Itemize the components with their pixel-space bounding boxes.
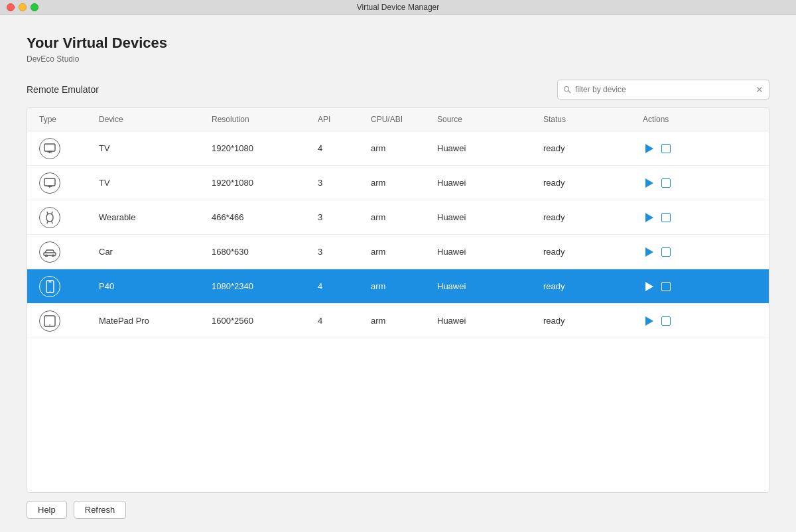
search-box[interactable]: ✕ bbox=[557, 80, 769, 100]
play-button[interactable] bbox=[643, 211, 656, 224]
row-actions bbox=[637, 171, 717, 195]
col-resolution: Resolution bbox=[206, 108, 312, 131]
play-button[interactable] bbox=[643, 142, 656, 155]
action-icons bbox=[643, 245, 712, 259]
row-device: P40 bbox=[94, 276, 206, 297]
action-icons bbox=[643, 176, 712, 190]
row-cpu: arm bbox=[365, 172, 432, 193]
col-cpu: CPU/ABI bbox=[365, 108, 432, 131]
row-api: 4 bbox=[312, 138, 365, 159]
row-resolution: 1680*630 bbox=[206, 241, 312, 262]
col-status: Status bbox=[538, 108, 637, 131]
col-type: Type bbox=[34, 108, 94, 131]
device-type-icon-tv bbox=[39, 138, 60, 159]
help-button[interactable]: Help bbox=[27, 501, 67, 519]
table-body: TV 1920*1080 4 arm Huawei ready bbox=[27, 131, 769, 492]
row-device: Wearable bbox=[94, 207, 206, 228]
play-button[interactable] bbox=[643, 314, 656, 328]
device-type-icon-wearable bbox=[39, 207, 60, 228]
page-subtitle: DevEco Studio bbox=[27, 54, 769, 64]
row-type-icon bbox=[34, 236, 94, 268]
row-api: 3 bbox=[312, 207, 365, 228]
action-checkbox[interactable] bbox=[661, 282, 671, 291]
action-icons bbox=[643, 314, 712, 328]
row-type-icon bbox=[34, 271, 94, 302]
row-resolution: 1920*1080 bbox=[206, 172, 312, 193]
title-bar: Virtual Device Manager bbox=[0, 0, 796, 15]
play-icon bbox=[645, 144, 653, 153]
row-resolution: 1080*2340 bbox=[206, 276, 312, 297]
row-actions bbox=[637, 137, 717, 161]
section-title: Remote Emulator bbox=[27, 84, 99, 95]
play-icon bbox=[645, 282, 653, 291]
row-status: ready bbox=[538, 241, 637, 262]
row-source: Huawei bbox=[432, 241, 538, 262]
device-type-icon-car bbox=[39, 241, 60, 263]
row-device: TV bbox=[94, 138, 206, 159]
row-cpu: arm bbox=[365, 241, 432, 262]
row-api: 3 bbox=[312, 241, 365, 262]
table-row[interactable]: P40 1080*2340 4 arm Huawei ready bbox=[27, 269, 769, 304]
action-checkbox[interactable] bbox=[661, 316, 671, 326]
row-status: ready bbox=[538, 172, 637, 193]
device-type-icon-tablet bbox=[39, 310, 60, 332]
row-device: MatePad Pro bbox=[94, 310, 206, 331]
row-resolution: 1920*1080 bbox=[206, 138, 312, 159]
row-status: ready bbox=[538, 310, 637, 331]
play-button[interactable] bbox=[643, 176, 656, 190]
section-header: Remote Emulator ✕ bbox=[27, 80, 769, 100]
svg-line-1 bbox=[568, 91, 571, 94]
table-header: Type Device Resolution API CPU/ABI Sourc… bbox=[27, 108, 769, 131]
row-source: Huawei bbox=[432, 172, 538, 193]
col-device: Device bbox=[94, 108, 206, 131]
row-type-icon bbox=[34, 202, 94, 233]
play-icon bbox=[645, 316, 653, 326]
action-icons bbox=[643, 280, 712, 293]
maximize-button[interactable] bbox=[31, 3, 38, 11]
action-icons bbox=[643, 142, 712, 155]
minimize-button[interactable] bbox=[19, 3, 27, 11]
close-button[interactable] bbox=[7, 3, 15, 11]
main-content: Your Virtual Devices DevEco Studio Remot… bbox=[0, 15, 796, 532]
action-checkbox[interactable] bbox=[661, 178, 671, 188]
table-row[interactable]: TV 1920*1080 3 arm Huawei ready bbox=[27, 166, 769, 200]
device-table: Type Device Resolution API CPU/ABI Sourc… bbox=[27, 107, 769, 493]
row-actions bbox=[637, 309, 717, 333]
row-source: Huawei bbox=[432, 310, 538, 331]
bottom-bar: Help Refresh bbox=[27, 493, 769, 519]
table-row[interactable]: TV 1920*1080 4 arm Huawei ready bbox=[27, 131, 769, 166]
svg-line-11 bbox=[47, 222, 48, 224]
play-icon bbox=[645, 247, 653, 257]
action-checkbox[interactable] bbox=[661, 213, 671, 222]
col-source: Source bbox=[432, 108, 538, 131]
action-icons bbox=[643, 211, 712, 224]
svg-line-9 bbox=[47, 212, 48, 214]
play-button[interactable] bbox=[643, 245, 656, 259]
svg-rect-5 bbox=[44, 178, 55, 186]
action-checkbox[interactable] bbox=[661, 144, 671, 153]
col-actions: Actions bbox=[637, 108, 717, 131]
window-title: Virtual Device Manager bbox=[357, 3, 440, 12]
row-actions bbox=[637, 206, 717, 230]
row-actions bbox=[637, 275, 717, 299]
svg-rect-2 bbox=[44, 144, 55, 151]
search-input[interactable] bbox=[575, 85, 756, 94]
search-clear-icon[interactable]: ✕ bbox=[756, 85, 763, 94]
play-icon bbox=[645, 213, 653, 222]
refresh-button[interactable]: Refresh bbox=[74, 501, 127, 519]
row-cpu: arm bbox=[365, 276, 432, 297]
table-row[interactable]: Wearable 466*466 3 arm Huawei ready bbox=[27, 200, 769, 235]
play-button[interactable] bbox=[643, 280, 656, 293]
action-checkbox[interactable] bbox=[661, 247, 671, 257]
row-actions bbox=[637, 240, 717, 264]
row-api: 4 bbox=[312, 276, 365, 297]
row-device: Car bbox=[94, 241, 206, 262]
table-row[interactable]: MatePad Pro 1600*2560 4 arm Huawei ready bbox=[27, 304, 769, 338]
row-cpu: arm bbox=[365, 207, 432, 228]
table-row[interactable]: Car 1680*630 3 arm Huawei ready bbox=[27, 235, 769, 269]
svg-line-12 bbox=[52, 222, 52, 224]
device-type-icon-tv bbox=[39, 172, 60, 194]
col-api: API bbox=[312, 108, 365, 131]
device-type-icon-phone bbox=[39, 276, 60, 297]
row-type-icon bbox=[34, 133, 94, 165]
